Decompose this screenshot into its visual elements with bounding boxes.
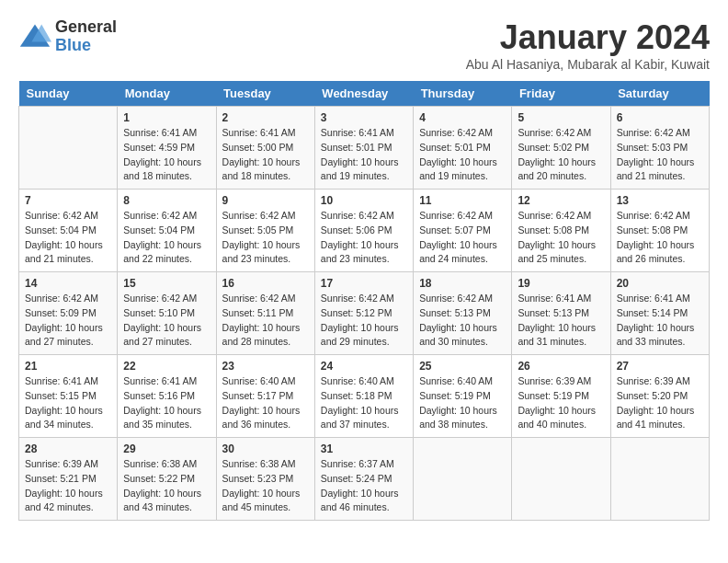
- day-info: Sunrise: 6:42 AMSunset: 5:05 PMDaylight:…: [222, 209, 309, 267]
- day-number: 27: [617, 360, 703, 373]
- day-number: 20: [617, 277, 703, 290]
- day-info: Sunrise: 6:40 AMSunset: 5:19 PMDaylight:…: [419, 374, 506, 432]
- calendar-title: January 2024: [466, 18, 710, 57]
- calendar-cell: 5Sunrise: 6:42 AMSunset: 5:02 PMDaylight…: [512, 107, 610, 190]
- calendar-subtitle: Abu Al Hasaniya, Mubarak al Kabir, Kuwai…: [466, 57, 710, 72]
- logo: General Blue: [18, 18, 117, 55]
- day-info: Sunrise: 6:38 AMSunset: 5:22 PMDaylight:…: [123, 457, 210, 515]
- calendar-cell: 4Sunrise: 6:42 AMSunset: 5:01 PMDaylight…: [414, 107, 512, 190]
- header-cell-friday: Friday: [512, 81, 610, 107]
- week-row-4: 21Sunrise: 6:41 AMSunset: 5:15 PMDayligh…: [19, 355, 710, 438]
- calendar-cell: [414, 438, 512, 521]
- day-info: Sunrise: 6:42 AMSunset: 5:07 PMDaylight:…: [419, 209, 506, 267]
- calendar-cell: [610, 438, 709, 521]
- header-cell-sunday: Sunday: [19, 81, 118, 107]
- calendar-cell: 12Sunrise: 6:42 AMSunset: 5:08 PMDayligh…: [512, 190, 610, 272]
- day-info: Sunrise: 6:40 AMSunset: 5:18 PMDaylight:…: [321, 374, 407, 432]
- day-info: Sunrise: 6:41 AMSunset: 4:59 PMDaylight:…: [123, 126, 210, 184]
- day-number: 25: [419, 360, 506, 373]
- day-info: Sunrise: 6:42 AMSunset: 5:08 PMDaylight:…: [518, 209, 604, 267]
- day-info: Sunrise: 6:42 AMSunset: 5:11 PMDaylight:…: [222, 292, 309, 350]
- calendar-cell: 20Sunrise: 6:41 AMSunset: 5:14 PMDayligh…: [610, 272, 709, 355]
- calendar-cell: 25Sunrise: 6:40 AMSunset: 5:19 PMDayligh…: [414, 355, 512, 438]
- calendar-cell: 11Sunrise: 6:42 AMSunset: 5:07 PMDayligh…: [414, 190, 512, 272]
- day-info: Sunrise: 6:41 AMSunset: 5:01 PMDaylight:…: [321, 126, 407, 184]
- day-info: Sunrise: 6:42 AMSunset: 5:08 PMDaylight:…: [617, 209, 703, 267]
- calendar-cell: 30Sunrise: 6:38 AMSunset: 5:23 PMDayligh…: [216, 438, 314, 521]
- day-number: 13: [617, 194, 703, 207]
- day-info: Sunrise: 6:41 AMSunset: 5:16 PMDaylight:…: [123, 374, 210, 432]
- day-number: 15: [123, 277, 210, 290]
- calendar-cell: 9Sunrise: 6:42 AMSunset: 5:05 PMDaylight…: [216, 190, 314, 272]
- calendar-cell: 24Sunrise: 6:40 AMSunset: 5:18 PMDayligh…: [314, 355, 413, 438]
- day-number: 9: [222, 194, 309, 207]
- day-number: 8: [123, 194, 210, 207]
- calendar-cell: 31Sunrise: 6:37 AMSunset: 5:24 PMDayligh…: [314, 438, 413, 521]
- day-number: 22: [123, 360, 210, 373]
- day-info: Sunrise: 6:42 AMSunset: 5:09 PMDaylight:…: [25, 292, 111, 350]
- day-number: 16: [222, 277, 309, 290]
- calendar-cell: 3Sunrise: 6:41 AMSunset: 5:01 PMDaylight…: [314, 107, 413, 190]
- calendar-cell: 26Sunrise: 6:39 AMSunset: 5:19 PMDayligh…: [512, 355, 610, 438]
- day-number: 5: [518, 111, 604, 124]
- day-info: Sunrise: 6:42 AMSunset: 5:03 PMDaylight:…: [617, 126, 703, 184]
- day-number: 2: [222, 111, 309, 124]
- week-row-5: 28Sunrise: 6:39 AMSunset: 5:21 PMDayligh…: [19, 438, 710, 521]
- calendar-cell: [512, 438, 610, 521]
- day-info: Sunrise: 6:41 AMSunset: 5:14 PMDaylight:…: [617, 292, 703, 350]
- logo-blue-text: Blue: [55, 37, 117, 55]
- calendar-cell: [19, 107, 118, 190]
- calendar-cell: 16Sunrise: 6:42 AMSunset: 5:11 PMDayligh…: [216, 272, 314, 355]
- week-row-3: 14Sunrise: 6:42 AMSunset: 5:09 PMDayligh…: [19, 272, 710, 355]
- calendar-cell: 15Sunrise: 6:42 AMSunset: 5:10 PMDayligh…: [118, 272, 216, 355]
- header-row: SundayMondayTuesdayWednesdayThursdayFrid…: [19, 81, 710, 107]
- calendar-cell: 7Sunrise: 6:42 AMSunset: 5:04 PMDaylight…: [19, 190, 118, 272]
- calendar-header: SundayMondayTuesdayWednesdayThursdayFrid…: [19, 81, 710, 107]
- page-header: General Blue January 2024 Abu Al Hasaniy…: [18, 18, 710, 72]
- header-cell-wednesday: Wednesday: [314, 81, 413, 107]
- day-info: Sunrise: 6:42 AMSunset: 5:10 PMDaylight:…: [123, 292, 210, 350]
- week-row-2: 7Sunrise: 6:42 AMSunset: 5:04 PMDaylight…: [19, 190, 710, 272]
- day-number: 12: [518, 194, 604, 207]
- calendar-cell: 13Sunrise: 6:42 AMSunset: 5:08 PMDayligh…: [610, 190, 709, 272]
- day-info: Sunrise: 6:39 AMSunset: 5:21 PMDaylight:…: [25, 457, 111, 515]
- calendar-cell: 8Sunrise: 6:42 AMSunset: 5:04 PMDaylight…: [118, 190, 216, 272]
- day-info: Sunrise: 6:42 AMSunset: 5:02 PMDaylight:…: [518, 126, 604, 184]
- day-number: 30: [222, 442, 309, 455]
- calendar-cell: 6Sunrise: 6:42 AMSunset: 5:03 PMDaylight…: [610, 107, 709, 190]
- logo-icon: [18, 20, 51, 53]
- calendar-cell: 28Sunrise: 6:39 AMSunset: 5:21 PMDayligh…: [19, 438, 118, 521]
- day-number: 4: [419, 111, 506, 124]
- day-info: Sunrise: 6:38 AMSunset: 5:23 PMDaylight:…: [222, 457, 309, 515]
- calendar-cell: 2Sunrise: 6:41 AMSunset: 5:00 PMDaylight…: [216, 107, 314, 190]
- day-number: 10: [321, 194, 407, 207]
- calendar-cell: 10Sunrise: 6:42 AMSunset: 5:06 PMDayligh…: [314, 190, 413, 272]
- day-info: Sunrise: 6:39 AMSunset: 5:19 PMDaylight:…: [518, 374, 604, 432]
- day-number: 7: [25, 194, 111, 207]
- calendar-cell: 23Sunrise: 6:40 AMSunset: 5:17 PMDayligh…: [216, 355, 314, 438]
- day-number: 19: [518, 277, 604, 290]
- header-cell-monday: Monday: [118, 81, 216, 107]
- day-info: Sunrise: 6:42 AMSunset: 5:06 PMDaylight:…: [321, 209, 407, 267]
- header-cell-thursday: Thursday: [414, 81, 512, 107]
- calendar-cell: 14Sunrise: 6:42 AMSunset: 5:09 PMDayligh…: [19, 272, 118, 355]
- day-number: 1: [123, 111, 210, 124]
- calendar-body: 1Sunrise: 6:41 AMSunset: 4:59 PMDaylight…: [19, 107, 710, 521]
- day-number: 21: [25, 360, 111, 373]
- calendar-cell: 18Sunrise: 6:42 AMSunset: 5:13 PMDayligh…: [414, 272, 512, 355]
- calendar-table: SundayMondayTuesdayWednesdayThursdayFrid…: [18, 81, 710, 521]
- day-info: Sunrise: 6:42 AMSunset: 5:04 PMDaylight:…: [123, 209, 210, 267]
- title-section: January 2024 Abu Al Hasaniya, Mubarak al…: [466, 18, 710, 72]
- day-number: 29: [123, 442, 210, 455]
- day-info: Sunrise: 6:41 AMSunset: 5:13 PMDaylight:…: [518, 292, 604, 350]
- calendar-cell: 27Sunrise: 6:39 AMSunset: 5:20 PMDayligh…: [610, 355, 709, 438]
- day-info: Sunrise: 6:39 AMSunset: 5:20 PMDaylight:…: [617, 374, 703, 432]
- week-row-1: 1Sunrise: 6:41 AMSunset: 4:59 PMDaylight…: [19, 107, 710, 190]
- day-number: 24: [321, 360, 407, 373]
- day-info: Sunrise: 6:40 AMSunset: 5:17 PMDaylight:…: [222, 374, 309, 432]
- calendar-cell: 1Sunrise: 6:41 AMSunset: 4:59 PMDaylight…: [118, 107, 216, 190]
- day-number: 11: [419, 194, 506, 207]
- day-number: 23: [222, 360, 309, 373]
- day-number: 6: [617, 111, 703, 124]
- day-number: 14: [25, 277, 111, 290]
